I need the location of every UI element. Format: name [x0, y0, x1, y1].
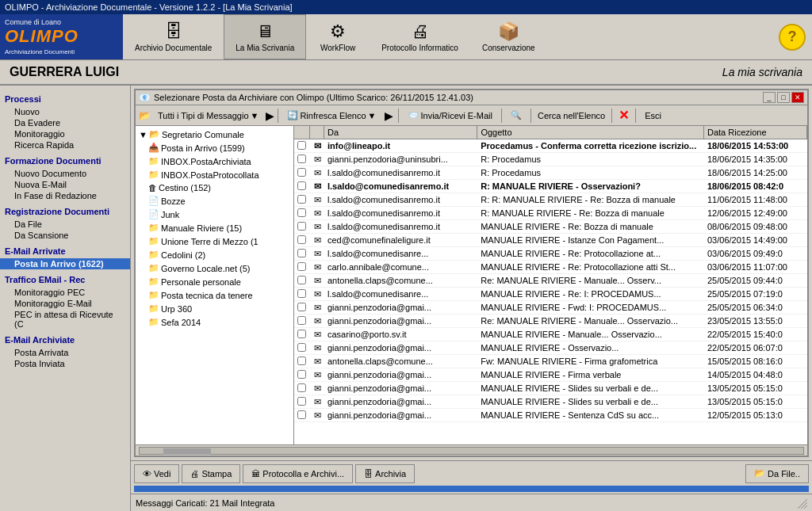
email-row[interactable]: ✉ carlo.annibale@comune... MANUALE RIVIE…: [294, 261, 807, 274]
sidebar-item-monitoraggio[interactable]: Monitoraggio: [0, 128, 130, 139]
email-checkbox[interactable]: [297, 316, 306, 325]
email-checkbox[interactable]: [297, 370, 306, 379]
email-cell-check[interactable]: [294, 181, 310, 193]
sidebar-item-nuovo-doc[interactable]: Nuovo Documento: [0, 168, 130, 179]
email-checkbox[interactable]: [297, 357, 306, 365]
email-cell-check[interactable]: [294, 208, 310, 219]
email-checkbox[interactable]: [297, 343, 306, 352]
sidebar-item-da-file[interactable]: Da File: [0, 219, 130, 230]
email-cell-check[interactable]: [294, 167, 310, 179]
maximize-button[interactable]: □: [777, 92, 790, 103]
email-cell-check[interactable]: [294, 396, 310, 408]
email-row[interactable]: ✉ info@lineapo.it Procedamus - Conferma …: [294, 139, 807, 153]
exit-button[interactable]: Esci: [639, 108, 667, 124]
close-button[interactable]: ✕: [791, 92, 804, 103]
folder-personale[interactable]: 📁 Personale personale: [136, 275, 293, 288]
email-checkbox[interactable]: [297, 222, 306, 231]
folder-cedolini[interactable]: 📁 Cedolini (2): [136, 248, 293, 261]
email-checkbox[interactable]: [297, 235, 306, 244]
folder-sefa[interactable]: 📁 Sefa 2014: [136, 315, 293, 329]
toolbar-archivio[interactable]: 🗄 Archivio Documentale: [123, 14, 224, 59]
col-hdr-check[interactable]: [294, 126, 310, 139]
email-row[interactable]: ✉ ced@comunefinaleligure.it MANUALE RIVI…: [294, 234, 807, 247]
sidebar-category-processi[interactable]: Processi: [0, 92, 130, 106]
sidebar-item-in-fase[interactable]: In Fase di Redazione: [0, 190, 130, 201]
folder-posta-protocollata[interactable]: 📁 INBOX.PostaProtocollata: [136, 168, 293, 181]
refresh-button[interactable]: 🔄 Rinfresca Elenco ▼: [282, 108, 381, 124]
email-row[interactable]: ✉ l.saldo@comunedisanremo.it R: Procedam…: [294, 166, 807, 180]
sidebar-item-nuovo[interactable]: Nuovo: [0, 106, 130, 117]
email-cell-check[interactable]: [294, 383, 310, 395]
email-row[interactable]: ✉ l.saldo@comunedisanre... MANUALE RIVIE…: [294, 288, 807, 301]
send-receive-button[interactable]: 📨 Invia/Ricevi E-Mail: [402, 108, 497, 124]
delete-icon[interactable]: ✕: [619, 108, 629, 123]
email-row[interactable]: ✉ l.saldo@comunedisanremo.it R: R: MANUA…: [294, 193, 807, 207]
email-cell-check[interactable]: [294, 329, 310, 341]
protocolla-button[interactable]: 🏛 Protocolla e Archivi...: [243, 464, 353, 483]
email-cell-check[interactable]: [294, 140, 310, 152]
email-cell-check[interactable]: [294, 369, 310, 381]
email-row[interactable]: ✉ antonella.claps@comune... Fw: MANUALE …: [294, 355, 807, 368]
email-cell-check[interactable]: [294, 194, 310, 206]
sidebar-category-registrazione[interactable]: Registrazione Documenti: [0, 204, 130, 219]
email-row[interactable]: ✉ l.saldo@comunedisanre... MANUALE RIVIE…: [294, 247, 807, 261]
email-checkbox[interactable]: [297, 249, 306, 257]
email-checkbox[interactable]: [297, 168, 306, 177]
folder-posta-arrivo[interactable]: 📥 Posta in Arrivo (1599): [136, 141, 293, 154]
email-row[interactable]: ✉ gianni.penzodoria@gmai... MANUALE RIVI…: [294, 395, 807, 409]
toolbar-workflow[interactable]: ⚙ WorkFlow: [306, 14, 370, 59]
filter-dropdown[interactable]: Tutti i Tipi di Messaggio ▼: [152, 108, 264, 124]
email-checkbox[interactable]: [297, 330, 306, 338]
email-cell-check[interactable]: [294, 221, 310, 233]
email-cell-check[interactable]: [294, 248, 310, 260]
col-hdr-read[interactable]: [310, 126, 324, 139]
col-hdr-date[interactable]: Data Ricezione: [704, 126, 807, 139]
email-checkbox[interactable]: [297, 154, 306, 163]
email-checkbox[interactable]: [297, 181, 306, 190]
col-hdr-from[interactable]: Da: [324, 126, 477, 139]
sidebar-item-posta-arrivo[interactable]: Posta In Arrivo (1622): [0, 258, 130, 269]
email-row[interactable]: ✉ l.saldo@comunedisanremo.it MANUALE RIV…: [294, 220, 807, 234]
sidebar-category-archiviate[interactable]: E-Mail Archiviate: [0, 333, 130, 347]
email-row[interactable]: ✉ l.saldo@comunedisanremo.it R: MANUALE …: [294, 207, 807, 220]
folder-posta-archiviata[interactable]: 📁 INBOX.PostaArchiviata: [136, 154, 293, 168]
email-row[interactable]: ✉ gianni.penzodoria@gmai... MANUALE RIVI…: [294, 301, 807, 315]
filter-apply-icon[interactable]: ▶: [266, 109, 274, 122]
email-row[interactable]: ✉ gianni.penzodoria@gmai... MANUALE RIVI…: [294, 409, 807, 422]
email-row[interactable]: ✉ gianni.penzodoria@gmai... MANUALE RIVI…: [294, 382, 807, 395]
sidebar-item-monitoraggio-pec[interactable]: Monitoraggio PEC: [0, 287, 130, 298]
email-cell-check[interactable]: [294, 356, 310, 368]
sidebar-category-formazione[interactable]: Formazione Documenti: [0, 154, 130, 168]
email-cell-check[interactable]: [294, 275, 310, 287]
folder-junk[interactable]: 📄 Junk: [136, 208, 293, 221]
email-checkbox[interactable]: [297, 195, 306, 204]
sidebar-item-da-scansione[interactable]: Da Scansione: [0, 230, 130, 241]
email-checkbox[interactable]: [297, 141, 306, 150]
email-cell-check[interactable]: [294, 410, 310, 421]
folder-posta-tecnica[interactable]: 📁 Posta tecnica da tenere: [136, 288, 293, 302]
help-circle[interactable]: ?: [779, 24, 806, 51]
email-cell-check[interactable]: [294, 302, 310, 314]
email-row[interactable]: ✉ gianni.penzodoria@gmai... Re: MANUALE …: [294, 315, 807, 328]
help-button[interactable]: ?: [772, 14, 812, 59]
search-icon-btn[interactable]: 🔍: [505, 108, 527, 124]
da-file-button[interactable]: 📂 Da File..: [745, 464, 809, 483]
toolbar-scrivania[interactable]: 🖥 La Mia Scrivania: [224, 14, 306, 59]
email-row[interactable]: ✉ gianni.penzodoria@uninsubri... R: Proc…: [294, 153, 807, 166]
col-hdr-subject[interactable]: Oggetto: [477, 126, 704, 139]
sidebar-item-ricerca-rapida[interactable]: Ricerca Rapida: [0, 139, 130, 151]
archivia-button[interactable]: 🗄 Archivia: [355, 464, 415, 483]
sidebar-category-email-arrivate[interactable]: E-Mail Arrivate: [0, 244, 130, 258]
email-checkbox[interactable]: [297, 208, 306, 217]
horizontal-scrollbar[interactable]: [136, 444, 807, 456]
email-cell-check[interactable]: [294, 154, 310, 166]
email-cell-check[interactable]: [294, 288, 310, 300]
sidebar-item-pec-attesa[interactable]: PEC in attesa di Ricevute (C: [0, 309, 130, 330]
toolbar-protocollo[interactable]: 🖨 Protocollo Informatico: [370, 14, 470, 59]
email-row[interactable]: ✉ gianni.penzodoria@gmai... MANUALE RIVI…: [294, 341, 807, 355]
email-cell-check[interactable]: [294, 342, 310, 354]
email-row[interactable]: ✉ antonella.claps@comune... Re: MANUALE …: [294, 274, 807, 288]
email-checkbox[interactable]: [297, 262, 306, 271]
email-cell-check[interactable]: [294, 315, 310, 327]
stampa-button[interactable]: 🖨 Stampa: [182, 464, 240, 483]
